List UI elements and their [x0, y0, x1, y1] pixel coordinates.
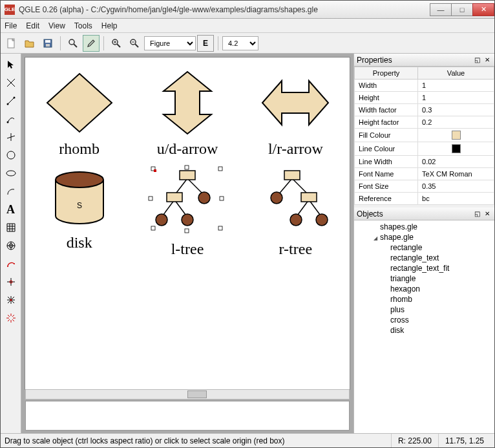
object-item[interactable]: shape.gle — [354, 232, 494, 242]
object-item[interactable]: disk — [354, 325, 494, 336]
shape-rhomb[interactable] — [44, 70, 115, 135]
property-value[interactable]: 0.3 — [418, 104, 494, 116]
undock-icon[interactable]: ◱ — [472, 56, 481, 65]
svg-point-82 — [271, 192, 282, 204]
menu-tools[interactable]: Tools — [74, 21, 92, 30]
object-item[interactable]: rectangle_text — [354, 253, 494, 263]
snap-burst-tool[interactable] — [3, 310, 19, 326]
figure-select[interactable]: Figure — [144, 36, 196, 50]
property-name: Reference — [355, 193, 418, 205]
svg-point-84 — [316, 214, 328, 226]
canvas[interactable]: rhomb u/d-arrow l/r-arrow S — [25, 58, 350, 389]
object-item[interactable]: hexagon — [354, 284, 494, 294]
svg-point-56 — [56, 172, 103, 187]
status-r: R: 225.00 — [391, 434, 438, 447]
object-item[interactable]: rhomb — [354, 294, 494, 304]
snap-star-tool[interactable] — [3, 292, 19, 308]
property-value[interactable]: 1 — [418, 92, 494, 104]
svg-rect-69 — [218, 167, 222, 171]
svg-point-64 — [198, 192, 210, 204]
maximize-button[interactable]: □ — [451, 3, 473, 16]
perp-tool[interactable] — [3, 129, 19, 145]
property-value[interactable]: 0.02 — [418, 156, 494, 168]
object-item[interactable]: plus — [354, 304, 494, 315]
tool-palette: A — [1, 54, 21, 433]
zoom-in-button[interactable] — [108, 35, 125, 52]
property-value[interactable]: 1 — [418, 80, 494, 92]
svg-point-35 — [7, 266, 8, 267]
line-tool[interactable] — [3, 92, 19, 109]
shape-ltree[interactable] — [142, 164, 233, 235]
snap-arc-tool[interactable] — [3, 255, 19, 272]
polar-grid-tool[interactable] — [3, 237, 19, 254]
svg-rect-73 — [185, 229, 189, 233]
new-file-button[interactable] — [3, 35, 20, 52]
menu-view[interactable]: View — [48, 21, 65, 30]
zoom-out-button[interactable] — [126, 35, 143, 52]
property-name: Font Name — [355, 168, 418, 180]
svg-rect-71 — [220, 197, 224, 200]
svg-line-12 — [135, 44, 138, 47]
menu-help[interactable]: Help — [101, 21, 118, 30]
property-name: Line Width — [355, 156, 418, 168]
menu-file[interactable]: File — [5, 21, 17, 30]
separator — [218, 36, 218, 50]
cross-tool[interactable] — [3, 74, 19, 91]
svg-line-52 — [8, 319, 10, 321]
close-button[interactable]: ✕ — [472, 3, 494, 16]
minimize-button[interactable]: — — [430, 3, 452, 16]
shape-udarrow[interactable] — [152, 70, 223, 135]
objects-list[interactable]: shapes.gleshape.glerectanglerectangle_te… — [354, 220, 494, 433]
object-item[interactable]: rectangle — [354, 242, 494, 253]
property-value[interactable] — [418, 129, 494, 142]
svg-rect-81 — [301, 193, 317, 202]
menu-edit[interactable]: Edit — [26, 21, 39, 30]
close-panel-icon[interactable]: ✕ — [483, 209, 492, 219]
property-value[interactable]: bc — [418, 193, 494, 205]
object-item[interactable]: rectangle_text_fit — [354, 263, 494, 273]
svg-point-44 — [10, 299, 12, 301]
shape-lrarrow[interactable] — [260, 70, 331, 135]
property-value[interactable] — [418, 142, 494, 156]
svg-rect-68 — [185, 165, 189, 169]
zoom-level-select[interactable]: 4.2 — [222, 36, 258, 50]
status-hint: Drag to scale object (ctrl locks aspect … — [5, 436, 285, 445]
property-value[interactable]: TeX CM Roman — [418, 168, 494, 180]
objects-title: Objects — [357, 209, 383, 219]
arc-tool[interactable] — [3, 183, 19, 200]
objects-header: Objects ◱ ✕ — [354, 208, 494, 220]
object-item[interactable]: triangle — [354, 273, 494, 284]
svg-rect-72 — [151, 226, 155, 230]
text-tool[interactable]: A — [3, 201, 19, 218]
svg-line-9 — [117, 44, 120, 47]
edit-tool-button[interactable] — [83, 35, 100, 52]
object-item[interactable]: shapes.gle — [354, 222, 494, 232]
tangent-tool[interactable] — [3, 111, 19, 127]
close-panel-icon[interactable]: ✕ — [483, 56, 492, 65]
property-value[interactable]: 0.35 — [418, 180, 494, 193]
console-panel[interactable] — [25, 401, 350, 431]
label-disk: disk — [67, 234, 92, 251]
horizontal-scrollbar[interactable] — [25, 389, 350, 400]
snap-mid-tool[interactable] — [3, 273, 19, 290]
e-button[interactable]: E — [197, 35, 214, 52]
status-coords: 11.75, 1.25 — [438, 434, 490, 447]
save-file-button[interactable] — [39, 35, 56, 52]
label-rtree: r-tree — [279, 240, 312, 258]
property-value[interactable]: 0.2 — [418, 116, 494, 129]
circle-tool[interactable] — [3, 147, 19, 164]
shape-rtree[interactable] — [253, 164, 337, 235]
svg-point-18 — [6, 122, 8, 123]
open-file-button[interactable] — [21, 35, 38, 52]
menubar: File Edit View Tools Help — [1, 19, 494, 33]
shape-disk[interactable]: S — [44, 164, 115, 229]
zoom-tool-button[interactable] — [65, 35, 81, 52]
property-name: Fill Colour — [355, 129, 418, 142]
grid-tool[interactable] — [3, 219, 19, 236]
separator — [60, 36, 61, 50]
ellipse-tool[interactable] — [3, 165, 19, 182]
object-item[interactable]: cross — [354, 315, 494, 325]
pointer-tool[interactable] — [3, 56, 19, 73]
undock-icon[interactable]: ◱ — [472, 209, 481, 219]
svg-rect-2 — [45, 40, 50, 43]
